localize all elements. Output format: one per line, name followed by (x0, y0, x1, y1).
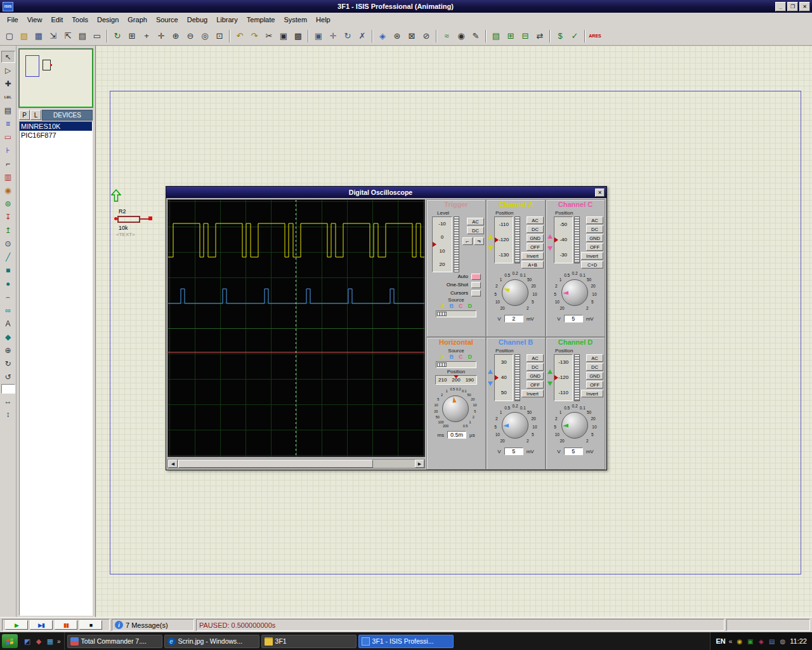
voltage-probe-mode-button[interactable]: ↧ (1, 211, 15, 223)
mirror-vertical-button[interactable]: ↕ (1, 408, 15, 420)
resistor-body[interactable] (117, 216, 140, 223)
pause-button[interactable]: ▮▮ (55, 620, 77, 630)
menu-file[interactable]: File (3, 14, 23, 25)
terminal-mode-button[interactable]: ⊦ (1, 144, 15, 156)
oscilloscope-close-button[interactable]: ✕ (595, 189, 605, 197)
property-assignment-button[interactable]: ✎ (469, 29, 483, 43)
close-button[interactable]: ✕ (799, 2, 810, 11)
menu-debug[interactable]: Debug (183, 14, 212, 25)
channel-a-position-up-arrow[interactable] (488, 234, 493, 239)
zoom-area-button[interactable]: ⊡ (213, 29, 226, 43)
trigger-auto-button[interactable] (471, 274, 481, 280)
source-channel-d[interactable]: D (468, 303, 473, 310)
task-3f1-isis[interactable]: 3F1 - ISIS Professi... (358, 635, 454, 648)
language-indicator[interactable]: EN (716, 637, 725, 645)
block-copy-button[interactable]: ▣ (311, 29, 325, 43)
channel-c-position-down-arrow[interactable] (547, 246, 553, 251)
channel-a-invert-button[interactable]: Invert (521, 252, 544, 260)
tray-icon-4[interactable]: ▤ (768, 637, 776, 646)
source-channel-b[interactable]: B (450, 303, 454, 310)
copy-button[interactable]: ▣ (277, 29, 291, 43)
channel-c-position-slider[interactable] (574, 216, 580, 263)
trigger-source-slider[interactable] (436, 310, 476, 317)
quick-launch-icon-3[interactable]: ▦ (46, 637, 55, 646)
selection-mode-button[interactable]: ↖ (1, 51, 15, 63)
channel-a-gain-knob[interactable]: 20105210.50.20.150201052 (488, 270, 544, 314)
scroll-left-icon[interactable]: ◀ (168, 460, 178, 468)
electrical-rule-check-button[interactable]: ✓ (568, 29, 582, 43)
new-sheet-button[interactable]: ⊞ (504, 29, 518, 43)
paste-button[interactable]: ▩ (291, 29, 305, 43)
junction-dot-mode-button[interactable]: ✚ (1, 77, 15, 90)
component-r2[interactable]: R2 10k <TEXT> (111, 189, 168, 242)
tray-icon-2[interactable]: ▣ (746, 637, 754, 646)
subcircuit-mode-button[interactable]: ▭ (1, 131, 15, 143)
pick-devices-button[interactable]: P (19, 110, 30, 120)
menu-graph[interactable]: Graph (123, 14, 152, 25)
toggle-grid-button[interactable]: ⊞ (125, 29, 139, 43)
bill-of-materials-button[interactable]: $ (553, 29, 567, 43)
print-button[interactable]: ▤ (75, 29, 89, 43)
trigger-one-shot-button[interactable] (471, 282, 481, 288)
redo-button[interactable]: ↷ (247, 29, 261, 43)
design-preview[interactable] (19, 49, 93, 107)
display-h-scrollbar[interactable]: ◀ ▶ (167, 459, 425, 468)
bus-mode-button[interactable]: ≡ (1, 117, 15, 129)
maximize-button[interactable]: ❐ (787, 2, 798, 11)
search-tag-button[interactable]: ◉ (454, 29, 468, 43)
component-mode-button[interactable]: ▷ (1, 64, 15, 76)
cursor-button[interactable]: ✛ (154, 29, 168, 43)
new-design-button[interactable]: ▢ (3, 29, 16, 43)
channel-c-sum-button[interactable]: C+D (581, 261, 603, 269)
scrollbar-track[interactable] (178, 460, 415, 468)
terminal-arrow-icon[interactable] (111, 189, 121, 202)
task-scrin-jpg[interactable]: eScrin.jpg - Windows... (164, 635, 259, 648)
channel-a-position-slider[interactable] (514, 216, 520, 263)
arc-2d-button[interactable]: ⌢ (1, 291, 15, 303)
start-button[interactable] (2, 634, 18, 648)
oscilloscope-titlebar[interactable]: Digital Oscilloscope ✕ (166, 187, 606, 198)
remove-sheet-button[interactable]: ⊟ (518, 29, 532, 43)
generator-mode-button[interactable]: ⊚ (1, 197, 15, 209)
channel-c-ac-button[interactable]: AC (586, 216, 603, 224)
wire-segment[interactable] (140, 218, 149, 220)
orientation-angle-box[interactable] (1, 384, 15, 394)
channel-b-gnd-button[interactable]: GND (527, 372, 544, 380)
scrollbar-thumb[interactable] (178, 460, 373, 468)
trigger-cursors-button[interactable] (471, 290, 481, 296)
scroll-right-icon[interactable]: ▶ (415, 460, 424, 468)
trigger-ac-button[interactable]: AC (467, 218, 484, 225)
symbol-2d-button[interactable]: ◆ (1, 331, 15, 343)
tape-recorder-mode-button[interactable]: ◉ (1, 184, 15, 196)
tray-chevron-icon[interactable]: « (729, 638, 733, 645)
channel-d-position-slider[interactable] (574, 354, 580, 401)
refresh-display-button[interactable]: ↻ (110, 29, 124, 43)
mirror-horizontal-button[interactable]: ↔ (1, 395, 15, 407)
rotate-anticlockwise-button[interactable]: ↺ (1, 371, 15, 383)
channel-c-dc-button[interactable]: DC (586, 225, 603, 233)
save-design-button[interactable]: ▦ (32, 29, 46, 43)
channel-d-ac-button[interactable]: AC (586, 354, 603, 362)
source-channel-b[interactable]: B (450, 354, 454, 361)
text-2d-button[interactable]: A (1, 317, 15, 329)
task-3f1-folder[interactable]: 3F1 (261, 635, 357, 648)
channel-b-invert-button[interactable]: Invert (521, 390, 544, 397)
menu-tools[interactable]: Tools (67, 14, 93, 25)
rising-edge-button[interactable]: ⌐ (462, 237, 473, 245)
menu-help[interactable]: Help (311, 14, 335, 25)
channel-a-dc-button[interactable]: DC (527, 225, 544, 233)
tray-icon-5[interactable]: ◍ (778, 637, 787, 646)
channel-d-position-down-arrow[interactable] (547, 381, 553, 386)
message-panel[interactable]: i 7 Message(s) (112, 619, 194, 631)
wire-autorouter-button[interactable]: ≈ (440, 29, 454, 43)
channel-b-ac-button[interactable]: AC (527, 354, 544, 362)
step-button[interactable]: ▶▮ (30, 620, 53, 630)
device-item-pic16f877[interactable]: PIC16F877 (20, 131, 92, 140)
tray-icon-3[interactable]: ◈ (757, 637, 765, 646)
block-rotate-button[interactable]: ↻ (341, 29, 355, 43)
circle-2d-button[interactable]: ● (1, 277, 15, 289)
horizontal-source-thumb[interactable] (437, 362, 447, 367)
menu-system[interactable]: System (279, 14, 311, 25)
channel-d-off-button[interactable]: OFF (586, 381, 603, 388)
task-total-commander[interactable]: Total Commander 7.... (67, 635, 162, 648)
